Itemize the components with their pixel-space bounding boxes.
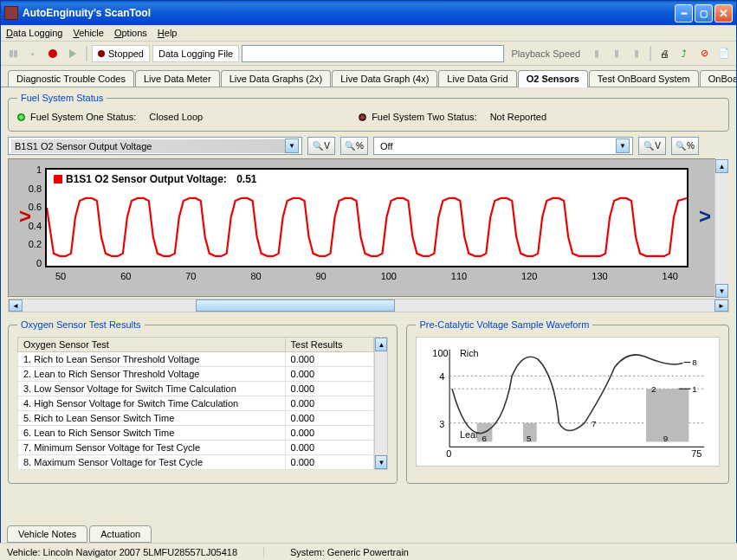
left-sensor-select[interactable]: B1S1 O2 Sensor Output Voltage▼ <box>8 137 302 155</box>
cancel-icon[interactable]: ⊘ <box>695 45 713 62</box>
speed-slow-button[interactable]: ▮ <box>588 45 605 62</box>
test-name: 7. Minimum Sensor Voltage for Test Cycle <box>18 441 286 455</box>
test-name: 2. Lean to Rich Sensor Threshold Voltage <box>18 367 286 382</box>
window-title: AutoEnginuity's ScanTool <box>23 7 673 19</box>
zoom-pct-right[interactable]: 🔍% <box>671 137 699 155</box>
zoom-v-right[interactable]: 🔍V <box>638 137 666 155</box>
right-sensor-select[interactable]: Off▼ <box>373 137 633 155</box>
menu-help[interactable]: Help <box>158 28 178 38</box>
o2-graph-panel: > > B1S1 O2 Sensor Output Voltage: 0.51 … <box>8 158 715 297</box>
zoom-v-left[interactable]: 🔍V <box>307 137 335 155</box>
tab-test-onboard[interactable]: Test OnBoard System <box>589 70 699 87</box>
bottom-tabs: Vehicle Notes Actuation <box>7 525 153 543</box>
print-button[interactable]: 🖨 <box>656 45 673 62</box>
scroll-down-icon[interactable]: ▼ <box>715 284 728 298</box>
svg-text:3: 3 <box>440 419 445 429</box>
speed-med-button[interactable]: ▮ <box>608 45 625 62</box>
tab-dtc[interactable]: Diagnostic Trouble Codes <box>8 70 134 87</box>
playback-speed-label: Playback Speed <box>507 45 586 62</box>
test-result: 0.000 <box>285 426 374 441</box>
menu-vehicle[interactable]: Vehicle <box>73 28 103 38</box>
x-axis-ticks: 5060708090100110120130140 <box>47 271 687 281</box>
scroll-left-icon[interactable]: ◄ <box>9 299 23 312</box>
rich-label: Rich <box>460 348 479 358</box>
status-system: System: Generic Powertrain <box>290 547 409 557</box>
test-name: 3. Low Sensor Voltage for Switch Time Ca… <box>18 382 286 396</box>
play-button[interactable] <box>64 45 81 62</box>
export-button[interactable]: ⤴ <box>676 45 693 62</box>
settings-button[interactable]: 📄 <box>715 45 733 62</box>
test-result: 0.000 <box>285 411 374 426</box>
tab-live-grid[interactable]: Live Data Grid <box>438 70 516 87</box>
test-result: 0.000 <box>285 455 374 470</box>
svg-text:2: 2 <box>651 384 656 394</box>
col-result[interactable]: Test Results <box>285 338 374 352</box>
table-row[interactable]: 3. Low Sensor Voltage for Switch Time Ca… <box>18 382 374 396</box>
record-button[interactable] <box>44 45 61 62</box>
scroll-thumb[interactable] <box>196 299 395 312</box>
graph-next-icon[interactable]: > <box>699 204 711 229</box>
zoom-pct-left[interactable]: 🔍% <box>340 137 368 155</box>
chevron-down-icon[interactable]: ▼ <box>285 138 299 153</box>
test-result: 0.000 <box>285 441 374 455</box>
o2-graph: B1S1 O2 Sensor Output Voltage: 0.51 10.8… <box>45 168 689 267</box>
scroll-up-icon[interactable]: ▲ <box>375 338 387 351</box>
minimize-button[interactable]: ━ <box>675 4 693 23</box>
close-button[interactable]: ✕ <box>714 4 733 23</box>
status-bar: Vehicle: Lincoln Navigator 2007 5LMFU285… <box>0 543 737 560</box>
tab-live-graph-4x[interactable]: Live Data Graph (4x) <box>332 70 437 87</box>
file-label: Data Logging File <box>152 45 239 62</box>
graph-vscroll[interactable]: ▲ ▼ <box>714 159 728 298</box>
file-input[interactable] <box>242 45 503 62</box>
scroll-up-icon[interactable]: ▲ <box>715 159 728 173</box>
main-tabs: Diagnostic Trouble Codes Live Data Meter… <box>1 66 736 87</box>
table-row[interactable]: 6. Lean to Rich Sensor Switch Time0.000 <box>18 426 374 441</box>
menu-bar: Data Logging Vehicle Options Help <box>1 25 736 42</box>
test-name: 8. Maximum Sensor Voltage for Test Cycle <box>18 455 286 470</box>
graph-legend: B1S1 O2 Sensor Output Voltage: 0.51 <box>54 173 257 185</box>
tab-live-graphs-2x[interactable]: Live Data Graphs (2x) <box>221 70 332 87</box>
precat-waveform-group: Pre-Catalytic Voltage Sample Waveform 10… <box>406 319 729 484</box>
speed-fast-button[interactable]: ▮ <box>628 45 645 62</box>
series-color-icon <box>54 175 62 183</box>
recording-status: Stopped <box>92 45 150 62</box>
table-row[interactable]: 8. Maximum Sensor Voltage for Test Cycle… <box>18 455 374 470</box>
maximize-button[interactable]: ▢ <box>695 4 713 23</box>
precat-legend: Pre-Catalytic Voltage Sample Waveform <box>416 319 592 330</box>
col-test[interactable]: Oxygen Sensor Test <box>18 338 286 352</box>
svg-text:1: 1 <box>693 384 697 394</box>
status-vehicle: Vehicle: Lincoln Navigator 2007 5LMFU285… <box>7 547 264 557</box>
led-green-icon <box>17 113 25 121</box>
menu-options[interactable]: Options <box>114 28 147 38</box>
fuel-system-status-group: Fuel System Status Fuel System One Statu… <box>8 93 729 132</box>
fss-one-label: Fuel System One Status: <box>30 112 136 122</box>
tab-vehicle-notes[interactable]: Vehicle Notes <box>7 525 87 543</box>
tab-o2-sensors[interactable]: O2 Sensors <box>518 70 588 87</box>
fss-two-label: Fuel System Two Status: <box>372 112 476 122</box>
results-table: Oxygen Sensor Test Test Results 1. Rich … <box>17 337 374 470</box>
scroll-down-icon[interactable]: ▼ <box>375 455 387 469</box>
pause-button[interactable]: ▮▮ <box>4 45 22 62</box>
test-result: 0.000 <box>285 352 374 367</box>
graph-hscroll[interactable]: ◄ ► <box>8 299 729 312</box>
menu-data-logging[interactable]: Data Logging <box>6 28 62 38</box>
test-name: 4. High Sensor Voltage for Switch Time C… <box>18 396 286 411</box>
table-row[interactable]: 7. Minimum Sensor Voltage for Test Cycle… <box>18 441 374 455</box>
chevron-down-icon[interactable]: ▼ <box>616 138 630 153</box>
title-bar: AutoEnginuity's ScanTool ━ ▢ ✕ <box>1 1 736 25</box>
svg-text:4: 4 <box>440 371 445 382</box>
table-row[interactable]: 4. High Sensor Voltage for Switch Time C… <box>18 396 374 411</box>
svg-text:0: 0 <box>447 448 452 459</box>
stop-button[interactable]: ▪ <box>24 45 42 62</box>
tab-actuation[interactable]: Actuation <box>89 525 152 543</box>
y-100: 100 <box>433 348 449 358</box>
table-row[interactable]: 2. Lean to Rich Sensor Threshold Voltage… <box>18 367 374 382</box>
results-vscroll[interactable]: ▲ ▼ <box>374 337 388 470</box>
test-name: 6. Lean to Rich Sensor Switch Time <box>18 426 286 441</box>
table-row[interactable]: 5. Rich to Lean Sensor Switch Time0.000 <box>18 411 374 426</box>
separator <box>86 46 87 61</box>
tab-onboard-te[interactable]: OnBoard Te <box>700 70 737 87</box>
table-row[interactable]: 1. Rich to Lean Sensor Threshold Voltage… <box>18 352 374 367</box>
scroll-right-icon[interactable]: ► <box>714 299 728 312</box>
tab-live-meter[interactable]: Live Data Meter <box>135 70 220 87</box>
